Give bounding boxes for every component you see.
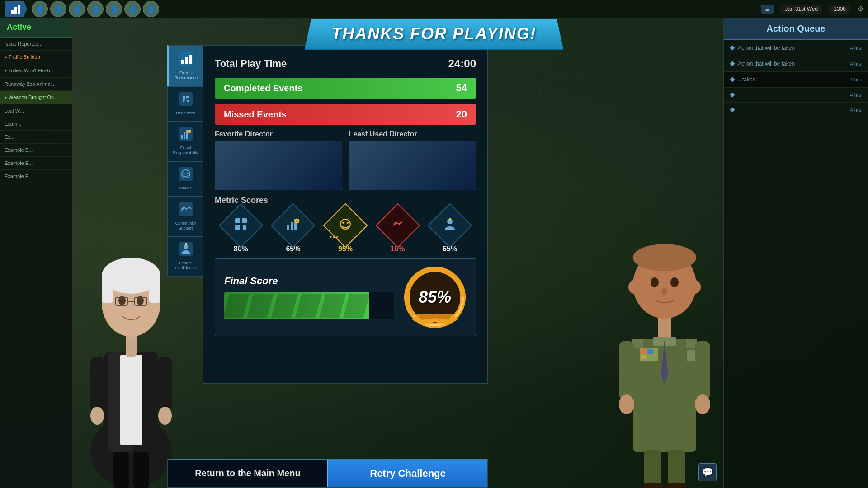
directors-row: Favorite Director [215,130,476,190]
missed-events-value: 20 [456,108,467,120]
avatar-6[interactable]: 👤 [124,1,141,17]
leader-metric-icon [443,217,457,234]
character-right-svg [601,104,728,488]
action-queue-item: 4 hrs [724,88,868,103]
svg-rect-7 [120,355,142,445]
play-time-value: 24:00 [448,57,476,70]
list-item[interactable]: ▸ Traffic Buildup [0,51,72,64]
tab-overall-performance[interactable]: Overall Performance [167,45,203,86]
svg-point-112 [347,222,349,224]
svg-rect-102 [235,225,240,230]
least-used-director-title: Least Used Director [349,130,476,138]
weather-widget: ☁ [761,5,774,14]
svg-rect-74 [185,243,187,245]
handshake-icon [179,202,193,219]
score-circle: 85% [403,266,467,329]
list-item[interactable]: Example E... [0,144,72,157]
settings-icon[interactable]: ⚙ [857,5,863,13]
list-item[interactable]: Example E... [0,157,72,170]
list-item[interactable]: Issue Reported... [0,38,72,51]
morale-icon [179,167,193,183]
list-item[interactable]: Ex... [0,131,72,144]
completed-events-value: 54 [456,82,467,94]
svg-rect-54 [179,92,193,106]
avatar-4[interactable]: 👤 [87,1,104,17]
svg-text:$: $ [296,220,298,223]
svg-rect-26 [641,349,646,354]
tab-label: Readiness [176,111,195,116]
svg-point-73 [184,244,188,249]
bar-line [224,294,250,318]
tab-readiness[interactable]: Readiness [167,86,203,122]
avatar-1[interactable]: 👤 [32,1,48,17]
avatar-2[interactable]: 👤 [50,1,66,17]
svg-point-111 [342,222,344,224]
svg-point-44 [619,394,634,414]
avatar-5[interactable]: 👤 [106,1,122,17]
chat-icon[interactable]: 💬 [698,463,717,481]
svg-rect-48 [643,483,663,488]
metric-icon-box-4 [375,203,420,248]
list-item[interactable]: ▸ Toilets Won't Flush [0,64,72,78]
svg-rect-100 [235,218,240,223]
svg-point-39 [628,280,639,294]
logo-icon [5,1,27,17]
final-score-title: Final Score [224,275,394,287]
queue-dot [730,77,735,82]
money-icon: $ [179,127,193,143]
avatar-7[interactable]: 👤 [143,1,159,17]
svg-point-69 [183,172,184,174]
date-display: Jan 31st Wed [780,5,822,14]
svg-rect-43 [695,341,710,400]
list-item[interactable]: Runaway Zoo Animal... [0,78,72,91]
missed-events-fill: Missed Events 20 [215,104,476,125]
tab-label: Morale [179,186,192,191]
svg-point-40 [690,280,701,294]
puzzle-icon [179,92,193,108]
missed-events-label: Missed Events [224,109,287,120]
final-score-section: Final Score [215,258,476,336]
retry-challenge-button[interactable]: Retry Challenge [327,460,487,487]
tab-leader[interactable]: Leader Confidence [167,236,203,277]
list-item[interactable]: Exam... [0,117,72,131]
queue-dot [730,45,735,50]
avatar-3[interactable]: 👤 [69,1,85,17]
queue-dot [730,61,735,66]
action-queue-item: ...taken 4 hrs [724,72,868,88]
avatar-row: 👤 👤 👤 👤 👤 👤 👤 [32,1,761,17]
svg-rect-1 [11,10,14,14]
svg-rect-2 [14,7,17,14]
svg-point-36 [633,244,696,271]
list-item[interactable]: ▸ Weapon Brought On... [0,91,72,104]
svg-rect-47 [668,450,685,488]
tab-fiscal[interactable]: $ Fiscal Responsibility [167,121,203,161]
bar-line [319,294,346,318]
svg-rect-3 [18,5,20,14]
chart-icon [179,51,193,68]
bar-line [295,294,322,318]
svg-rect-12 [149,276,160,303]
completed-events-bar: Completed Events 54 [215,78,476,99]
right-panel: Action Queue Action that will be taken 4… [723,18,868,488]
svg-rect-105 [287,225,289,230]
content-panel: Total Play Time 24:00 Completed Events 5… [203,45,488,384]
metric-icon-box-5 [428,203,472,248]
play-time-row: Total Play Time 24:00 [215,55,476,72]
tab-community[interactable]: Community Support [167,197,203,237]
bottom-buttons: Return to the Main Menu Retry Challenge [167,459,488,488]
score-bar-lines [224,292,369,319]
metric-item-readiness: 80% [225,210,257,253]
svg-point-70 [187,172,188,174]
svg-point-20 [90,407,104,425]
list-item[interactable]: Example E... [0,170,72,183]
svg-rect-52 [185,57,188,64]
svg-rect-53 [189,55,192,64]
tab-morale[interactable]: Morale [167,161,203,197]
final-score-left: Final Score [224,275,394,319]
thanks-banner: THANKS FOR PLAYING! [304,19,563,50]
return-to-main-menu-button[interactable]: Return to the Main Menu [168,460,327,487]
svg-rect-49 [666,483,686,488]
list-item[interactable]: Lost W... [0,104,72,117]
bar-line [247,294,274,318]
active-header: Active [0,18,72,38]
